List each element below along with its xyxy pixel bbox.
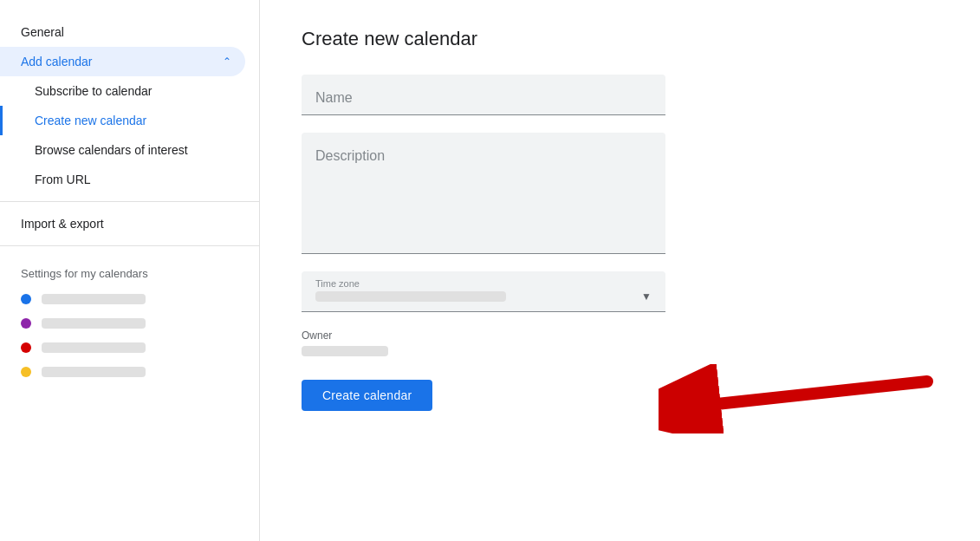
- chevron-up-icon: ⌃: [223, 55, 231, 68]
- divider: [0, 201, 259, 202]
- sidebar-item-general[interactable]: General: [0, 17, 245, 47]
- description-textarea-container: [302, 133, 665, 254]
- subscribe-label: Subscribe to calendar: [35, 84, 152, 98]
- main-content: Create new calendar Time zone ▼ Owner Cr…: [260, 0, 980, 541]
- timezone-select-row: ▼: [315, 290, 652, 308]
- arrow-annotation: [659, 364, 936, 436]
- timezone-label: Time zone: [315, 278, 652, 289]
- calendar-dot-4: [21, 367, 31, 377]
- sidebar-item-add-calendar[interactable]: Add calendar ⌃: [0, 47, 245, 76]
- description-textarea[interactable]: [302, 133, 665, 253]
- calendar-name-4: [42, 367, 146, 377]
- timezone-value: [315, 291, 506, 302]
- add-calendar-label: Add calendar: [21, 55, 93, 68]
- owner-label: Owner: [302, 329, 938, 342]
- owner-section: Owner: [302, 329, 938, 359]
- arrow-svg: [659, 364, 936, 433]
- calendar-name-2: [42, 318, 146, 329]
- owner-value: [302, 346, 388, 356]
- sidebar-item-create-new[interactable]: Create new calendar: [0, 106, 245, 135]
- settings-section-label: Settings for my calendars: [0, 253, 259, 287]
- name-field-container: [302, 75, 938, 115]
- divider2: [0, 245, 259, 246]
- create-new-label: Create new calendar: [35, 114, 146, 127]
- from-url-label: From URL: [35, 173, 91, 186]
- sidebar-item-subscribe[interactable]: Subscribe to calendar: [0, 76, 245, 106]
- calendar-name-3: [42, 342, 146, 353]
- timezone-field-container: Time zone ▼: [302, 271, 938, 312]
- description-field-container: [302, 133, 938, 254]
- calendar-dot-3: [21, 342, 31, 353]
- create-calendar-button[interactable]: Create calendar: [302, 380, 432, 411]
- calendar-item-1[interactable]: [0, 287, 259, 311]
- chevron-down-icon: ▼: [641, 290, 652, 303]
- sidebar-item-import-export[interactable]: Import & export: [0, 209, 245, 238]
- calendar-item-4[interactable]: [0, 360, 259, 384]
- general-label: General: [21, 25, 64, 39]
- calendar-dot-1: [21, 294, 31, 304]
- timezone-select-container[interactable]: Time zone ▼: [302, 271, 665, 312]
- browse-label: Browse calendars of interest: [35, 143, 188, 157]
- sidebar-item-browse[interactable]: Browse calendars of interest: [0, 135, 245, 165]
- sidebar-item-from-url[interactable]: From URL: [0, 165, 245, 194]
- sidebar: General Add calendar ⌃ Subscribe to cale…: [0, 0, 260, 541]
- calendar-item-3[interactable]: [0, 336, 259, 360]
- name-input[interactable]: [302, 75, 665, 114]
- calendar-dot-2: [21, 318, 31, 329]
- name-input-container: [302, 75, 665, 115]
- calendar-item-2[interactable]: [0, 311, 259, 336]
- calendar-name-1: [42, 294, 146, 304]
- svg-line-1: [685, 381, 927, 407]
- import-export-label: Import & export: [21, 217, 104, 231]
- page-title: Create new calendar: [302, 28, 938, 50]
